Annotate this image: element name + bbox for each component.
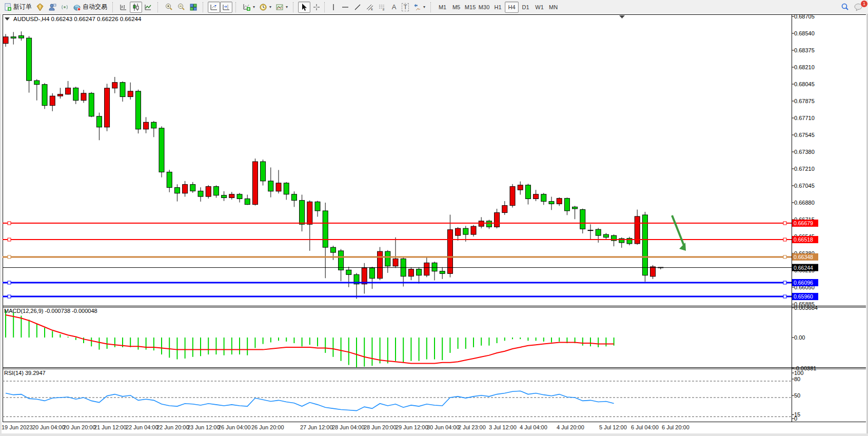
candle-body [307,202,312,224]
auto-trading-button[interactable]: 自动交易 [71,2,109,13]
candle-body [213,187,219,195]
candle-body [502,206,507,213]
price-axis-label: 0.68705 [794,14,815,19]
toolbar-separator [235,2,238,12]
candle-body [112,83,117,88]
objects-group: ▾ ▾ ▾ [239,0,291,14]
candle-body [135,91,141,129]
horizontal-line-button[interactable] [339,2,351,13]
timeframe-W1[interactable]: W1 [532,2,546,13]
date-axis-label: 4 Jul 04:00 [520,424,547,430]
candle-body [206,187,211,196]
dropdown-arrow-icon: ▾ [269,5,271,9]
fibonacci-button[interactable]: F [376,2,388,13]
timeframe-M5[interactable]: M5 [449,2,463,13]
macd-label: MACD(12,26,9) -0.000738 -0.000048 [4,308,97,314]
date-axis-label: 5 Jul 12:00 [599,424,627,430]
templates-button[interactable]: ▾ [273,2,290,13]
cursor-button[interactable] [298,2,310,13]
timeframe-H1[interactable]: H1 [491,2,505,13]
price-axis-label: 0.66880 [794,200,815,206]
gem-icon [36,3,44,11]
line-handle[interactable] [783,255,786,259]
tile-windows-icon [189,3,198,11]
line-chart-button[interactable] [142,2,154,13]
timeframe-M15[interactable]: M15 [463,2,477,13]
text-label-button[interactable]: T [400,2,411,13]
candle-body [525,185,530,199]
candle-body [417,269,422,275]
search-button[interactable] [838,2,852,13]
line-handle[interactable] [783,222,786,225]
line-handle[interactable] [8,295,11,298]
timeframe-H4[interactable]: H4 [505,2,519,13]
macd-axis-label: 0.00 [794,334,805,341]
candle-body [3,37,8,44]
auto-scroll-button[interactable] [208,2,220,13]
price-axis-label: 0.67045 [794,183,815,189]
periods-button[interactable]: ▾ [257,2,273,13]
line-handle[interactable] [783,281,786,284]
chart-area[interactable]: 0.687050.685400.683750.682100.680450.678… [0,14,868,436]
profile-button[interactable] [34,2,46,13]
candlestick-chart-button[interactable] [130,2,142,13]
line-handle[interactable] [783,238,786,241]
price-axis-label: 0.68210 [794,64,815,70]
date-axis-label: 4 Jul 20:00 [557,424,584,430]
text-button[interactable]: A [388,2,400,13]
timeframe-M30[interactable]: M30 [477,2,491,13]
crosshair-button[interactable] [310,2,323,13]
candle-body [120,83,125,97]
candle-body [323,211,328,247]
new-order-button[interactable]: 新订单 [2,2,34,13]
order-group: 新订单 [0,0,111,14]
timeframe-MN[interactable]: MN [546,2,560,13]
timeframe-M1[interactable]: M1 [436,2,449,13]
horizontal-line-icon [341,3,349,11]
candle-body [276,183,281,191]
candle-body [603,234,608,237]
zoom-in-button[interactable] [163,2,175,13]
candle-body [27,38,32,81]
arrow-objects-icon [413,3,421,11]
line-handle[interactable] [8,255,11,259]
candle-body [495,213,500,227]
signals-button[interactable] [58,2,71,13]
line-handle[interactable] [8,281,11,284]
candle-body [315,202,320,211]
channel-button[interactable]: E [364,2,376,13]
candle-body [96,116,102,127]
price-axis-label: 0.68540 [794,30,815,36]
chart-shift-button[interactable] [220,2,232,13]
zoom-out-button[interactable] [175,2,187,13]
candle-body [534,194,539,199]
price-level-badge-text: 0.66518 [794,236,813,243]
bar-chart-button[interactable] [117,2,130,13]
timeframe-D1[interactable]: D1 [519,2,532,13]
candle-body [66,88,71,94]
person-chart-icon [48,3,56,11]
market-watch-button[interactable] [46,2,58,13]
label-tool-icon: T [402,3,408,11]
date-axis-label: 19 Jun 2023 [2,424,33,430]
vertical-line-button[interactable] [328,2,339,13]
trendline-button[interactable] [351,2,364,13]
toolbar: 新订单 [0,0,868,14]
tile-windows-button[interactable] [187,2,200,13]
window-left-edge [0,14,2,436]
zoom-group [161,0,201,14]
new-order-icon [4,3,12,11]
broadcast-icon [61,3,69,11]
notifications-button[interactable]: 1 [852,2,865,13]
line-handle[interactable] [8,222,11,225]
date-axis-label: 3 Jul 12:00 [489,424,517,430]
candle-body [151,122,156,128]
arrows-button[interactable]: ▾ [411,2,427,13]
line-handle[interactable] [783,295,786,298]
candle-body [424,263,429,275]
indicators-button[interactable]: ▾ [241,2,257,13]
candle-body [105,88,110,127]
toolbar-separator [203,2,205,12]
line-handle[interactable] [8,238,11,241]
auto-trading-label: 自动交易 [83,3,107,11]
